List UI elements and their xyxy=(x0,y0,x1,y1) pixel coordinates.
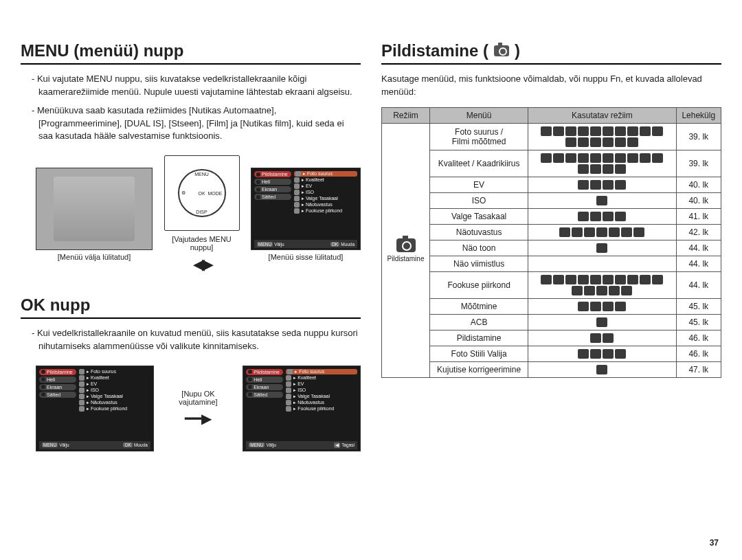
photo-placeholder xyxy=(54,177,135,241)
mode-icon xyxy=(633,227,644,237)
mode-icon xyxy=(553,153,564,163)
table-row: Fookuse piirkond44. lk xyxy=(382,271,721,298)
menu-main-item: ▸ Foto suurus xyxy=(286,369,357,374)
mode-icon xyxy=(565,137,576,147)
menu-main-item: ▸ Näotuvastus xyxy=(79,400,150,405)
cell-menu: ACB xyxy=(430,314,528,330)
table-row: ACB45. lk xyxy=(382,314,721,330)
menu-main-item: ▸ Kvaliteet xyxy=(286,375,357,381)
table-row: PildistamineFoto suurus / Filmi mõõtmed3… xyxy=(382,123,721,150)
cell-menu: Näotuvastus xyxy=(430,224,528,240)
table-row: Foto Stiili Valija46. lk xyxy=(382,346,721,361)
mode-icon xyxy=(640,153,651,163)
menu-main-item: ▸ EV xyxy=(79,381,150,387)
mode-icon xyxy=(584,286,595,295)
cell-page: 40. lk xyxy=(676,192,721,208)
menu-footer-3: MENUVälju ◀Tagasi xyxy=(246,441,357,449)
mode-icon xyxy=(553,275,564,284)
foot3-label-left: Välju xyxy=(266,443,276,447)
menu-main-item: ▸ EV xyxy=(286,381,357,387)
cell-usable-modes xyxy=(528,150,676,177)
illustration-row-2: PildistamineHeliEkraanSätted ▸ Foto suur… xyxy=(36,366,361,451)
ok-para: - Kui vedelkristallekraanile on kuvatud … xyxy=(21,327,361,353)
cell-menu: EV xyxy=(430,177,528,192)
foot2-label-right: Muuda xyxy=(134,443,148,447)
th-usable: Kasutatav režiim xyxy=(528,107,676,123)
mode-icon xyxy=(596,243,607,253)
mode-icon xyxy=(578,164,589,174)
th-menu: Menüü xyxy=(430,107,528,123)
menu-screen-before-ok: PildistamineHeliEkraanSätted ▸ Foto suur… xyxy=(36,366,154,451)
mode-icon xyxy=(590,333,601,343)
cell-menu: Näo toon xyxy=(430,240,528,256)
caption-menu-off: [Menüü välja lülitatud] xyxy=(36,253,153,261)
mode-label: Pildistamine xyxy=(386,255,425,262)
cell-menu: Kujutise korrigeerimine xyxy=(430,361,528,377)
lcd-off-block: [Menüü välja lülitatud] xyxy=(36,168,153,261)
between-block-2: [Nupu OK vajutamine] ━━▶ xyxy=(162,390,235,427)
heading-ok-text: OK nupp xyxy=(21,295,90,315)
mode-icon xyxy=(590,212,601,221)
table-row: Kvaliteet / Kaadrikiirus39. lk xyxy=(382,150,721,177)
camera-icon xyxy=(494,45,509,56)
manual-page: MENU (menüü) nupp - Kui vajutate MENU nu… xyxy=(0,0,742,472)
menu-main-item: ▸ Näotuvastus xyxy=(294,202,357,208)
illustration-row-1: [Menüü välja lülitatud] MENU MODE DISP ⚙… xyxy=(36,155,361,273)
mode-icon xyxy=(590,349,601,359)
menu-side-item: Pildistamine xyxy=(254,171,291,177)
cell-usable-modes xyxy=(528,177,676,192)
mode-icon xyxy=(590,137,601,147)
foot-label-left: Välju xyxy=(274,242,284,247)
menu-main-item: ▸ Kvaliteet xyxy=(294,177,357,183)
foot-btn-left: MENU xyxy=(257,242,273,247)
foot3-btn-right: ◀ xyxy=(334,443,340,448)
menu-main-item: ▸ Foto suurus xyxy=(294,171,357,177)
caption-ok-press: [Nupu OK vajutamine] xyxy=(162,390,235,406)
cell-page: 39. lk xyxy=(676,123,721,150)
cell-page: 41. lk xyxy=(676,208,721,224)
left-column: MENU (menüü) nupp - Kui vajutate MENU nu… xyxy=(21,41,361,458)
menu-main-list: ▸ Foto suurus▸ Kvaliteet▸ EV▸ ISO▸ Valge… xyxy=(294,171,357,237)
mode-table: Režiim Menüü Kasutatav režiim Lehekülg P… xyxy=(381,107,721,378)
lcd-on-block: PildistamineHeliEkraanSätted ▸ Foto suur… xyxy=(251,168,361,261)
mode-icon xyxy=(590,275,601,284)
mode-icon xyxy=(603,180,614,190)
menu-main-item: ▸ Valge Tasakaal xyxy=(79,394,150,399)
mode-icon xyxy=(640,126,651,136)
mode-icon xyxy=(584,227,595,237)
menu-side-item: Sätted xyxy=(254,194,291,200)
cell-page: 46. lk xyxy=(676,330,721,346)
cell-page: 47. lk xyxy=(676,361,721,377)
mode-icon xyxy=(596,196,607,205)
mode-icon xyxy=(627,153,638,163)
cell-page: 44. lk xyxy=(676,271,721,298)
mode-icon xyxy=(572,227,583,237)
cell-menu: Foto suurus / Filmi mõõtmed xyxy=(430,123,528,150)
dial-right: MODE xyxy=(208,191,223,196)
mode-icon xyxy=(603,126,614,136)
foot2-btn-right: OK xyxy=(123,443,132,447)
table-row: Mõõtmine45. lk xyxy=(382,298,721,314)
mode-icon xyxy=(578,180,589,190)
double-arrow-icon: ◀▶ xyxy=(193,256,211,273)
cell-usable-modes xyxy=(528,361,676,377)
foot2-btn-left: MENU xyxy=(42,443,58,447)
mode-icon xyxy=(590,164,601,174)
cell-usable-modes xyxy=(528,208,676,224)
mode-icon xyxy=(603,137,614,147)
shooting-desc: Kasutage menüüd, mis funktsioone võimald… xyxy=(381,73,721,99)
mode-icon xyxy=(652,275,663,284)
cell-menu: Pildistamine xyxy=(430,330,528,346)
mode-icon xyxy=(590,302,601,311)
foot3-label-right: Tagasi xyxy=(341,443,355,447)
menu-main-item: ▸ Valge Tasakaal xyxy=(286,394,357,399)
mode-icon xyxy=(627,275,638,284)
mode-icon xyxy=(578,349,589,359)
control-dial: MENU MODE DISP ⚙ OK xyxy=(178,169,226,217)
menu-side-item: Ekraan xyxy=(39,384,76,390)
mode-icon xyxy=(615,164,626,174)
menu-side-item: Sätted xyxy=(246,392,283,398)
cell-usable-modes xyxy=(528,192,676,208)
menu-main-item: ▸ Fookuse piirkond xyxy=(294,208,357,214)
menu-side-item: Pildistamine xyxy=(246,369,283,375)
